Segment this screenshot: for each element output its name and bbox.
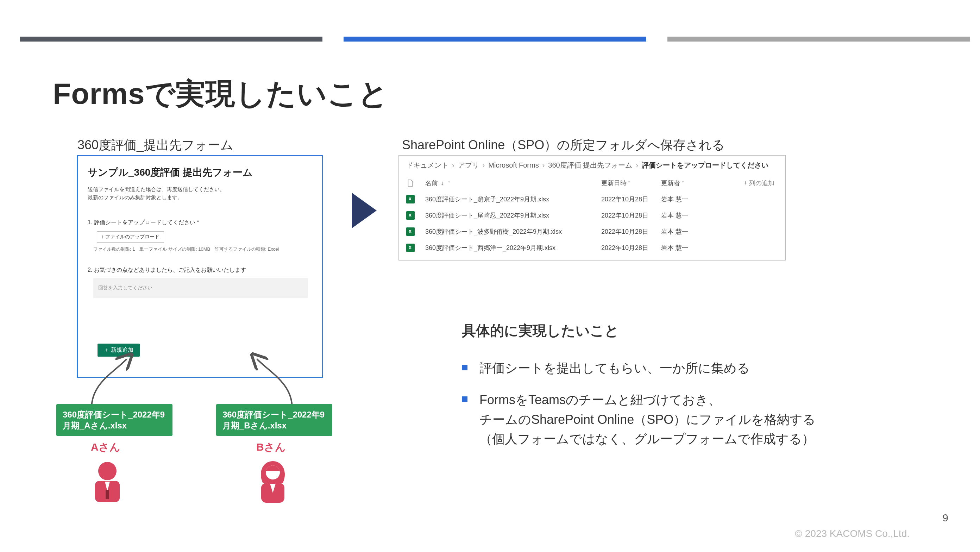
file-name: 360度評価シート_趙京子_2022年9月期.xlsx — [425, 195, 601, 204]
crumb-0[interactable]: ドキュメント — [406, 161, 449, 170]
file-updated: 2022年10月28日 — [601, 211, 661, 220]
file-updated: 2022年10月28日 — [601, 227, 661, 236]
col-name[interactable]: 名前 ↓ — [425, 179, 601, 187]
file-name: 360度評価シート_波多野侑樹_2022年9月期.xlsx — [425, 227, 601, 236]
accent-bar-2 — [344, 37, 646, 41]
file-updater: 岩本 慧一 — [661, 195, 721, 204]
section-heading: 具体的に実現したいこと — [462, 321, 619, 340]
page-number: 9 — [942, 512, 948, 524]
slide: Formsで実現したいこと 360度評価_提出先フォーム SharePoint … — [0, 0, 980, 552]
file-name: 360度評価シート_尾崎忍_2022年9月期.xlsx — [425, 211, 601, 220]
excel-icon — [406, 195, 415, 204]
arrow-curve-icon — [243, 348, 313, 413]
bullet-text-1: FormsをTeamsのチームと紐づけておき、 チームのSharePoint O… — [479, 390, 816, 449]
chevron-right-icon: › — [542, 161, 545, 169]
forms-question-2: 2. お気づきの点などありましたら、ご記入をお願いいたします — [88, 267, 312, 274]
col-updated[interactable]: 更新日時 — [601, 179, 661, 187]
sharepoint-list: ドキュメント› アプリ› Microsoft Forms› 360度評価 提出先… — [398, 155, 786, 261]
forms-sub-line1: 送信ファイルを間違えた場合は、再度送信してください。 — [88, 186, 225, 192]
table-row[interactable]: 360度評価シート_尾崎忍_2022年9月期.xlsx 2022年10月28日 … — [399, 207, 785, 224]
forms-subtext: 送信ファイルを間違えた場合は、再度送信してください。 最新のファイルのみ集計対象… — [88, 186, 312, 201]
add-column-button[interactable]: + 列の追加 — [721, 179, 778, 187]
chevron-down-icon — [447, 180, 450, 187]
spo-caption: SharePoint Online（SPO）の所定フォルダへ保存される — [402, 137, 725, 154]
svg-marker-0 — [352, 193, 377, 228]
arrow-right-icon — [352, 193, 380, 229]
person-label-a: Aさん — [91, 440, 120, 455]
forms-upload-hint: ファイル数の制限: 1 単一ファイル サイズの制限: 10MB 許可するファイル… — [93, 246, 312, 252]
square-bullet-icon — [462, 365, 468, 371]
excel-icon — [406, 243, 415, 252]
file-icon — [406, 179, 414, 187]
table-header: 名前 ↓ 更新日時 更新者 + 列の追加 — [399, 175, 785, 191]
forms-answer-input[interactable]: 回答を入力してください — [93, 278, 308, 298]
file-updated: 2022年10月28日 — [601, 243, 661, 252]
col-updated-label: 更新日時 — [601, 180, 627, 186]
file-updater: 岩本 慧一 — [661, 227, 721, 236]
file-updater: 岩本 慧一 — [661, 243, 721, 252]
chevron-right-icon: › — [452, 161, 455, 169]
arrow-curve-icon — [70, 348, 141, 413]
forms-answer-placeholder: 回答を入力してください — [98, 285, 153, 291]
crumb-1[interactable]: アプリ — [458, 161, 479, 170]
forms-inner: サンプル_360度評価 提出先フォーム 送信ファイルを間違えた場合は、再度送信し… — [88, 166, 312, 370]
forms-caption: 360度評価_提出先フォーム — [78, 137, 233, 154]
svg-point-1 — [98, 462, 116, 480]
col-updater-label: 更新者 — [661, 180, 680, 186]
accent-bar-1 — [20, 37, 323, 41]
copyright: © 2023 KACOMS Co.,Ltd. — [795, 528, 910, 539]
col-updater[interactable]: 更新者 — [661, 179, 721, 187]
crumb-2[interactable]: Microsoft Forms — [488, 161, 539, 169]
breadcrumb: ドキュメント› アプリ› Microsoft Forms› 360度評価 提出先… — [399, 156, 785, 175]
bullet-list: 評価シートを提出してもらい、一か所に集める FormsをTeamsのチームと紐づ… — [462, 358, 912, 461]
person-female-icon — [253, 459, 292, 505]
slide-title: Formsで実現したいこと — [53, 74, 389, 114]
upload-file-button[interactable]: ↑ ファイルのアップロード — [97, 231, 164, 243]
file-updated: 2022年10月28日 — [601, 195, 661, 204]
bullet-text-0: 評価シートを提出してもらい、一か所に集める — [479, 358, 750, 378]
col-name-label: 名前 — [425, 179, 438, 187]
file-badge-b: 360度評価シート_2022年9月期_Bさん.xlsx — [216, 404, 332, 436]
forms-sub-line2: 最新のファイルのみ集計対象とします。 — [88, 194, 183, 200]
chevron-right-icon: › — [483, 161, 485, 169]
chevron-right-icon: › — [636, 161, 638, 169]
accent-bar-3 — [667, 37, 970, 41]
person-male-icon — [88, 459, 127, 505]
forms-question-1: 1. 評価シートをアップロードしてください * — [88, 219, 312, 226]
excel-icon — [406, 227, 415, 236]
crumb-3[interactable]: 360度評価 提出先フォーム — [548, 161, 632, 170]
table-row[interactable]: 360度評価シート_趙京子_2022年9月期.xlsx 2022年10月28日 … — [399, 191, 785, 207]
file-updater: 岩本 慧一 — [661, 211, 721, 220]
svg-rect-4 — [106, 490, 109, 499]
sort-down-icon: ↓ — [441, 180, 444, 187]
file-name: 360度評価シート_西郷洋一_2022年9月期.xlsx — [425, 243, 601, 252]
person-label-b: Bさん — [256, 440, 286, 455]
file-badge-a: 360度評価シート_2022年9月期_Aさん.xlsx — [56, 404, 172, 436]
square-bullet-icon — [462, 396, 468, 402]
crumb-4: 評価シートをアップロードしてください — [642, 161, 768, 170]
list-item: FormsをTeamsのチームと紐づけておき、 チームのSharePoint O… — [462, 390, 912, 449]
forms-title: サンプル_360度評価 提出先フォーム — [88, 166, 312, 179]
table-row[interactable]: 360度評価シート_波多野侑樹_2022年9月期.xlsx 2022年10月28… — [399, 224, 785, 240]
excel-icon — [406, 211, 415, 220]
list-item: 評価シートを提出してもらい、一か所に集める — [462, 358, 912, 378]
forms-screenshot: サンプル_360度評価 提出先フォーム 送信ファイルを間違えた場合は、再度送信し… — [77, 155, 323, 378]
table-row[interactable]: 360度評価シート_西郷洋一_2022年9月期.xlsx 2022年10月28日… — [399, 240, 785, 256]
